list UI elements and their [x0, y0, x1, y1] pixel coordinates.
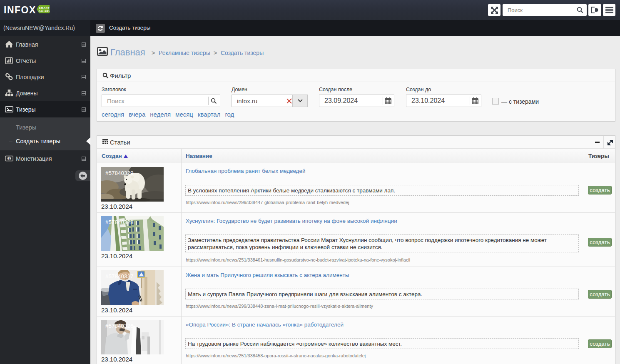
svg-text:1: 1	[8, 157, 10, 161]
svg-text:SMART: SMART	[39, 6, 50, 9]
svg-text:GALLERY: GALLERY	[39, 10, 50, 12]
